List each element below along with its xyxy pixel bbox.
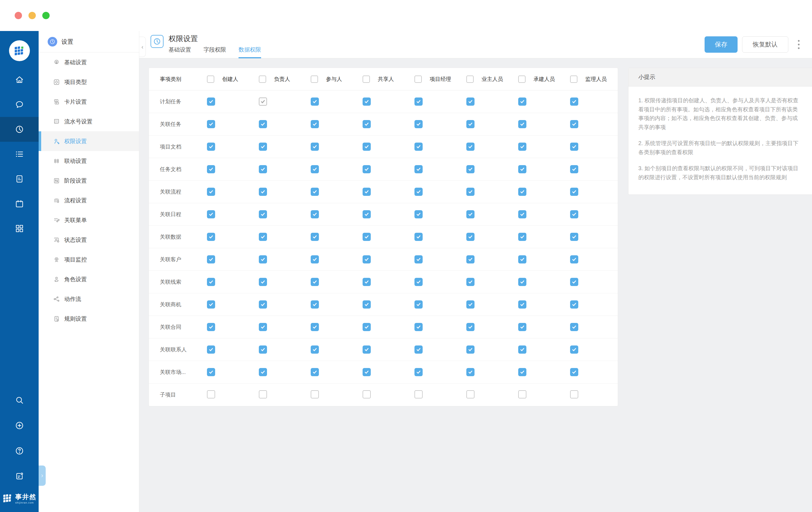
expand-sidebar-handle[interactable]: › (39, 465, 46, 486)
permission-checkbox[interactable] (259, 255, 267, 264)
permission-checkbox[interactable] (259, 76, 266, 83)
permission-checkbox[interactable] (518, 76, 526, 83)
permission-checkbox[interactable] (466, 120, 474, 128)
permission-checkbox[interactable] (259, 120, 267, 128)
permission-checkbox[interactable] (414, 255, 423, 264)
permission-checkbox[interactable] (466, 368, 474, 376)
permission-checkbox[interactable] (362, 323, 371, 331)
restore-default-button[interactable]: 恢复默认 (742, 36, 788, 53)
permission-checkbox[interactable] (362, 300, 371, 308)
permission-checkbox[interactable] (259, 143, 267, 151)
rail-list-icon[interactable] (0, 142, 39, 167)
permission-checkbox[interactable] (362, 278, 371, 286)
permission-checkbox[interactable] (207, 278, 215, 286)
permission-checkbox[interactable] (259, 345, 267, 354)
permission-checkbox[interactable] (518, 368, 526, 376)
permission-checkbox[interactable] (414, 97, 423, 106)
permission-checkbox[interactable] (518, 143, 526, 151)
permission-checkbox[interactable] (518, 165, 526, 173)
sidebar-item-11[interactable]: 角色设置 (39, 269, 139, 289)
permission-checkbox[interactable] (414, 120, 423, 128)
sidebar-item-5[interactable]: 联动设置 (39, 151, 139, 171)
tab-2[interactable]: 数据权限 (238, 46, 261, 58)
permission-checkbox[interactable] (207, 210, 215, 218)
permission-checkbox[interactable] (466, 390, 474, 398)
rail-search-icon[interactable] (0, 387, 39, 413)
sidebar-item-0[interactable]: 基础设置 (39, 52, 139, 72)
permission-checkbox[interactable] (518, 210, 526, 218)
permission-checkbox[interactable] (362, 143, 371, 151)
permission-checkbox[interactable] (311, 97, 319, 106)
permission-checkbox[interactable] (311, 188, 319, 196)
permission-checkbox[interactable] (570, 300, 578, 308)
permission-checkbox[interactable] (414, 278, 423, 286)
permission-checkbox[interactable] (259, 323, 267, 331)
permission-checkbox[interactable] (570, 233, 578, 241)
permission-checkbox[interactable] (362, 210, 371, 218)
sidebar-item-7[interactable]: 流程设置 (39, 190, 139, 210)
rail-help-circle-icon[interactable] (0, 438, 39, 463)
permission-checkbox[interactable] (311, 165, 319, 173)
rail-clock-icon[interactable] (0, 117, 39, 142)
permission-checkbox[interactable] (518, 300, 526, 308)
permission-checkbox[interactable] (311, 368, 319, 376)
rail-apps-icon[interactable] (0, 216, 39, 241)
permission-checkbox[interactable] (466, 97, 474, 106)
zoom-window-button[interactable] (42, 12, 50, 19)
permission-checkbox[interactable] (311, 345, 319, 354)
permission-checkbox[interactable] (362, 368, 371, 376)
permission-checkbox[interactable] (414, 323, 423, 331)
permission-checkbox[interactable] (259, 278, 267, 286)
permission-checkbox[interactable] (414, 390, 423, 398)
permission-checkbox[interactable] (414, 300, 423, 308)
permission-checkbox[interactable] (207, 233, 215, 241)
permission-checkbox[interactable] (414, 210, 423, 218)
permission-checkbox[interactable] (311, 143, 319, 151)
rail-document-icon[interactable] (0, 167, 39, 191)
permission-checkbox[interactable] (570, 165, 578, 173)
tab-1[interactable]: 字段权限 (204, 46, 226, 58)
permission-checkbox[interactable] (466, 76, 474, 83)
permission-checkbox[interactable] (570, 210, 578, 218)
sidebar-item-8[interactable]: 关联菜单 (39, 210, 139, 230)
permission-checkbox[interactable] (570, 368, 578, 376)
permission-checkbox[interactable] (414, 233, 423, 241)
permission-checkbox[interactable] (466, 323, 474, 331)
permission-checkbox[interactable] (466, 278, 474, 286)
rail-plus-circle-icon[interactable] (0, 413, 39, 438)
permission-checkbox[interactable] (207, 368, 215, 376)
permission-checkbox[interactable] (311, 255, 319, 264)
permission-checkbox[interactable] (207, 165, 215, 173)
sidebar-item-9[interactable]: 状态设置 (39, 230, 139, 250)
permission-checkbox[interactable] (570, 120, 578, 128)
permission-checkbox[interactable] (518, 345, 526, 354)
permission-checkbox[interactable] (259, 188, 267, 196)
close-window-button[interactable] (14, 12, 22, 19)
permission-checkbox[interactable] (518, 255, 526, 264)
permission-checkbox[interactable] (518, 278, 526, 286)
rail-feedback-icon[interactable] (0, 463, 39, 489)
permission-checkbox[interactable] (362, 255, 371, 264)
permission-checkbox[interactable] (570, 76, 577, 83)
sidebar-item-12[interactable]: 动作流 (39, 289, 139, 309)
permission-checkbox[interactable] (362, 97, 371, 106)
permission-checkbox[interactable] (362, 188, 371, 196)
permission-checkbox[interactable] (414, 143, 423, 151)
permission-checkbox[interactable] (311, 278, 319, 286)
permission-checkbox[interactable] (259, 390, 267, 398)
permission-checkbox[interactable] (518, 188, 526, 196)
permission-checkbox[interactable] (570, 390, 578, 398)
permission-checkbox[interactable] (466, 210, 474, 218)
collapse-sidebar-handle[interactable]: ‹ (139, 37, 146, 57)
permission-checkbox[interactable] (362, 165, 371, 173)
permission-checkbox[interactable] (207, 345, 215, 354)
permission-checkbox[interactable] (570, 97, 578, 106)
sidebar-item-3[interactable]: NO.流水号设置 (39, 112, 139, 131)
permission-checkbox[interactable] (518, 390, 526, 398)
sidebar-item-13[interactable]: 规则设置 (39, 309, 139, 329)
sidebar-item-2[interactable]: 卡片设置 (39, 92, 139, 112)
permission-checkbox[interactable] (570, 188, 578, 196)
permission-checkbox[interactable] (311, 390, 319, 398)
permission-checkbox[interactable] (259, 165, 267, 173)
permission-checkbox[interactable] (207, 390, 215, 398)
